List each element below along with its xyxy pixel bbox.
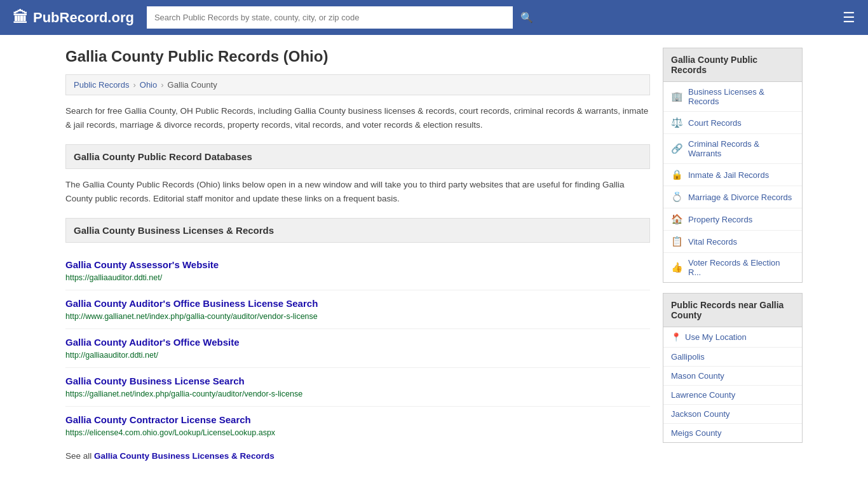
record-entry: Gallia County Contractor License Search … [65,407,650,445]
thumbsup-icon: 👍 [671,262,683,273]
location-icon: 📍 [671,332,681,342]
nearby-mason-county[interactable]: Mason County [663,367,802,386]
link-icon: 🔗 [671,143,683,154]
record-entry: Gallia County Auditor's Office Website h… [65,329,650,368]
sidebar-public-records-list: 🏢 Business Licenses & Records ⚖️ Court R… [663,82,803,283]
sidebar-item-label: Marriage & Divorce Records [688,193,792,202]
nearby-lawrence-county[interactable]: Lawrence County [663,386,802,405]
sidebar-item-vital-records[interactable]: 📋 Vital Records [663,231,802,253]
record-url[interactable]: https://galliaauditor.ddti.net/ [65,273,162,282]
search-icon: 🔍 [520,12,533,23]
db-section-header: Gallia County Public Record Databases [65,144,650,169]
breadcrumb-current: Gallia County [168,80,217,90]
record-url[interactable]: http://www.gallianet.net/index.php/galli… [65,312,318,321]
record-url[interactable]: https://gallianet.net/index.php/gallia-c… [65,390,302,398]
record-link[interactable]: Gallia County Business License Search [65,376,650,386]
record-url[interactable]: http://galliaauditor.ddti.net/ [65,351,158,360]
breadcrumb-sep-1: › [133,80,135,90]
breadcrumb: Public Records › Ohio › Gallia County [65,74,650,95]
building-icon: 🏢 [671,91,683,102]
sidebar-item-voter-records[interactable]: 👍 Voter Records & Election R... [663,253,802,282]
sidebar: Gallia County Public Records 🏢 Business … [663,48,803,461]
sidebar-item-marriage-records[interactable]: 💍 Marriage & Divorce Records [663,186,802,208]
sidebar-item-label: Business Licenses & Records [688,87,794,106]
sidebar-item-label: Criminal Records & Warrants [688,139,794,158]
page-title: Gallia County Public Records (Ohio) [65,48,650,65]
sidebar-item-label: Vital Records [688,237,737,247]
sidebar-item-inmate-records[interactable]: 🔒 Inmate & Jail Records [663,164,802,186]
use-location-label: Use My Location [685,332,747,342]
header: 🏛 PubRecord.org 🔍 ☰ [0,0,868,35]
record-entry: Gallia County Business License Search ht… [65,368,650,407]
home-icon: 🏠 [671,214,683,225]
record-link[interactable]: Gallia County Assessor's Website [65,259,650,270]
records-list: Gallia County Assessor's Website https:/… [65,252,650,445]
sidebar-item-criminal-records[interactable]: 🔗 Criminal Records & Warrants [663,134,802,164]
main-wrapper: Gallia County Public Records (Ohio) Publ… [53,35,815,473]
page-description: Search for free Gallia County, OH Public… [65,104,650,132]
sidebar-item-label: Voter Records & Election R... [688,258,794,277]
logo-icon: 🏛 [13,9,28,27]
sidebar-item-label: Property Records [688,215,752,224]
logo-text: PubRecord.org [33,10,134,26]
sidebar-item-label: Court Records [688,118,742,128]
see-all: See all Gallia County Business Licenses … [65,451,650,461]
sidebar-item-court-records[interactable]: ⚖️ Court Records [663,112,802,134]
breadcrumb-ohio[interactable]: Ohio [140,80,157,90]
record-link[interactable]: Gallia County Auditor's Office Business … [65,298,650,309]
clipboard-icon: 📋 [671,236,683,247]
search-button[interactable]: 🔍 [513,6,541,29]
see-all-link[interactable]: Gallia County Business Licenses & Record… [94,451,275,461]
sidebar-nearby-list: 📍 Use My Location Gallipolis Mason Count… [663,327,803,443]
nearby-gallipolis[interactable]: Gallipolis [663,348,802,367]
lock-icon: 🔒 [671,169,683,180]
see-all-label: See all [65,451,92,461]
record-entry: Gallia County Auditor's Office Business … [65,290,650,329]
nearby-meigs-county[interactable]: Meigs County [663,424,802,442]
sidebar-nearby-header: Public Records near Gallia County [663,293,803,327]
scales-icon: ⚖️ [671,117,683,128]
use-my-location[interactable]: 📍 Use My Location [663,327,802,348]
sidebar-item-label: Inmate & Jail Records [688,170,769,180]
record-link[interactable]: Gallia County Auditor's Office Website [65,337,650,348]
sidebar-item-business-licenses[interactable]: 🏢 Business Licenses & Records [663,82,802,112]
sidebar-item-property-records[interactable]: 🏠 Property Records [663,208,802,231]
breadcrumb-public-records[interactable]: Public Records [74,80,129,90]
search-input[interactable] [147,6,513,29]
menu-button[interactable]: ☰ [843,10,855,26]
search-container: 🔍 [147,6,541,29]
nearby-jackson-county[interactable]: Jackson County [663,405,802,424]
business-section-header: Gallia County Business Licenses & Record… [65,218,650,243]
logo[interactable]: 🏛 PubRecord.org [13,9,134,27]
ring-icon: 💍 [671,191,683,203]
breadcrumb-sep-2: › [161,80,163,90]
db-description: The Gallia County Public Records (Ohio) … [65,178,650,205]
record-url[interactable]: https://elicense4.com.ohio.gov/Lookup/Li… [65,428,275,437]
sidebar-public-records-header: Gallia County Public Records [663,48,803,82]
record-entry: Gallia County Assessor's Website https:/… [65,252,650,290]
record-link[interactable]: Gallia County Contractor License Search [65,414,650,425]
content-area: Gallia County Public Records (Ohio) Publ… [65,48,650,461]
